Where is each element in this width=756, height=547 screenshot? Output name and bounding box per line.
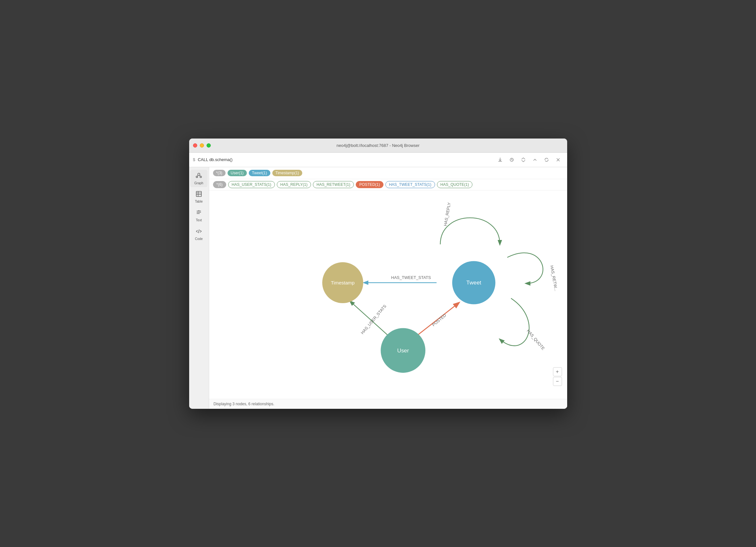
text-icon xyxy=(196,210,202,218)
up-button[interactable] xyxy=(530,155,540,164)
toolbar: $ xyxy=(189,153,567,167)
zoom-out-button[interactable]: − xyxy=(553,377,562,386)
svg-text:HAS_QUOTE: HAS_QUOTE xyxy=(526,328,545,351)
pin-button[interactable] xyxy=(507,155,517,164)
svg-text:HAS_TWEET_STATS: HAS_TWEET_STATS xyxy=(391,275,431,279)
tweet-node-tag[interactable]: Tweet(1) xyxy=(249,170,270,176)
has-quote-tag[interactable]: HAS_QUOTE(1) xyxy=(437,181,473,188)
prompt-symbol: $ xyxy=(193,157,195,162)
code-icon xyxy=(196,228,202,236)
text-label: Text xyxy=(196,219,202,222)
main-panel: *(3) User(1) Tweet(1) Timestamp(1) *(6) … xyxy=(209,167,567,409)
has-retweet-tag[interactable]: HAS_RETWEET(1) xyxy=(313,181,354,188)
has-tweet-stats-tag[interactable]: HAS_TWEET_STATS(1) xyxy=(385,181,435,188)
browser-window: neo4j@bolt://localhost:7687 - Neo4j Brow… xyxy=(189,139,567,409)
close-result-button[interactable] xyxy=(553,155,563,164)
content-area: Graph Table Text xyxy=(189,167,567,409)
zoom-in-button[interactable]: + xyxy=(553,367,562,376)
svg-text:HAS_RETW...: HAS_RETW... xyxy=(549,265,558,291)
status-text: Displaying 3 nodes, 6 relationships. xyxy=(214,402,275,406)
node-tag-bar: *(3) User(1) Tweet(1) Timestamp(1) xyxy=(209,167,567,179)
svg-text:User: User xyxy=(397,347,409,353)
graph-label: Graph xyxy=(194,181,203,185)
svg-text:Tweet: Tweet xyxy=(466,279,481,286)
graph-svg: HAS_REPLY HAS_RETW... HAS_QUOTE HAS_TWEE… xyxy=(209,191,567,399)
download-button[interactable] xyxy=(495,155,505,164)
sidebar-item-table[interactable]: Table xyxy=(190,189,208,206)
table-label: Table xyxy=(195,200,203,203)
svg-text:HAS_REPLY: HAS_REPLY xyxy=(443,202,451,227)
user-node-tag[interactable]: User(1) xyxy=(228,170,247,176)
sidebar-item-text[interactable]: Text xyxy=(190,207,208,225)
all-rels-tag[interactable]: *(6) xyxy=(213,181,226,188)
svg-point-3 xyxy=(200,176,202,178)
sidebar-item-code[interactable]: Code xyxy=(190,226,208,243)
posted-tag[interactable]: POSTED(1) xyxy=(356,181,383,188)
rel-tag-bar: *(6) HAS_USER_STATS(1) HAS_REPLY(1) HAS_… xyxy=(209,179,567,191)
traffic-lights xyxy=(193,143,211,148)
query-input[interactable] xyxy=(198,157,492,162)
has-reply-tag[interactable]: HAS_REPLY(1) xyxy=(277,181,311,188)
window-title: neo4j@bolt://localhost:7687 - Neo4j Brow… xyxy=(336,143,419,148)
status-bar: Displaying 3 nodes, 6 relationships. xyxy=(209,399,567,409)
code-label: Code xyxy=(195,237,203,241)
graph-area[interactable]: HAS_REPLY HAS_RETW... HAS_QUOTE HAS_TWEE… xyxy=(209,191,567,399)
refresh-button[interactable] xyxy=(541,155,552,164)
table-icon xyxy=(196,191,202,199)
sidebar: Graph Table Text xyxy=(189,167,209,409)
svg-point-2 xyxy=(196,176,198,178)
svg-rect-4 xyxy=(196,191,201,197)
svg-text:HAS_USER_STATS: HAS_USER_STATS xyxy=(360,304,387,335)
close-button[interactable] xyxy=(193,143,197,148)
maximize-button[interactable] xyxy=(207,143,211,148)
titlebar: neo4j@bolt://localhost:7687 - Neo4j Brow… xyxy=(189,139,567,153)
svg-text:POSTED: POSTED xyxy=(431,313,447,327)
timestamp-node-tag[interactable]: Timestamp(1) xyxy=(272,170,303,176)
toolbar-actions xyxy=(495,155,563,164)
svg-text:Timestamp: Timestamp xyxy=(331,280,354,285)
graph-icon xyxy=(195,172,202,181)
has-user-stats-tag[interactable]: HAS_USER_STATS(1) xyxy=(228,181,275,188)
minimize-button[interactable] xyxy=(200,143,204,148)
zoom-controls: + − xyxy=(553,367,562,386)
sidebar-item-graph[interactable]: Graph xyxy=(190,170,208,187)
all-nodes-tag[interactable]: *(3) xyxy=(213,170,226,176)
collapse-button[interactable] xyxy=(518,155,528,164)
